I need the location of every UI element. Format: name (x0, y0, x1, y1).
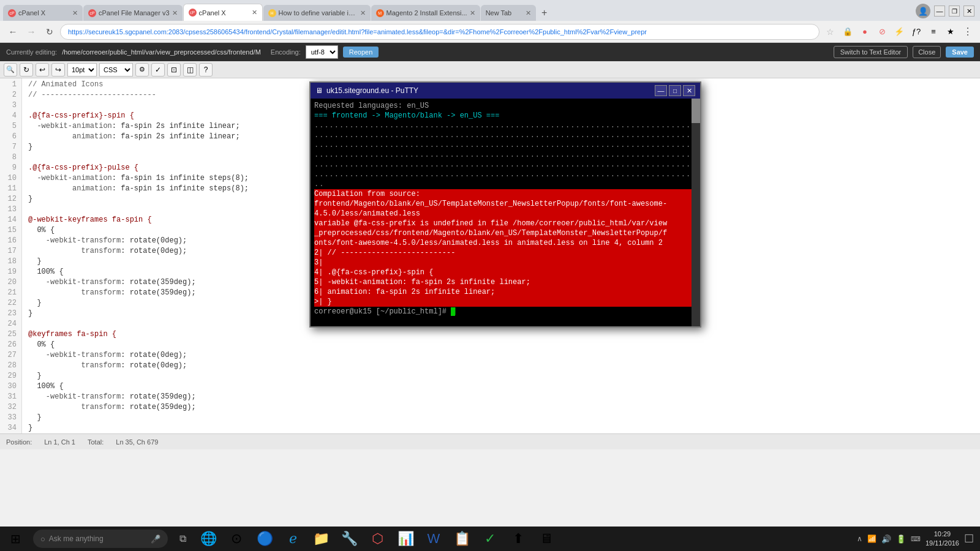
start-button[interactable]: ⊞ (0, 527, 31, 551)
switch-to-text-editor-button[interactable]: Switch to Text Editor (834, 46, 908, 58)
taskbar-app-unknown2[interactable]: ⬡ (364, 527, 391, 551)
taskbar-app-word[interactable]: W (420, 527, 447, 551)
tray-up-icon[interactable]: ∧ (857, 534, 862, 543)
tab-filemanager[interactable]: cP cPanel File Manager v3 ✕ (83, 5, 183, 21)
encoding-select[interactable]: utf-8 (306, 45, 338, 59)
tray-volume-icon[interactable]: 🔊 (881, 534, 891, 544)
putty-close-btn[interactable]: ✕ (683, 85, 695, 96)
close-editor-button[interactable]: Close (913, 46, 941, 58)
toolbar-extra-btn1[interactable]: ⚙ (135, 63, 149, 77)
taskbar-app-putty[interactable]: 🖥 (533, 527, 560, 551)
toolbar-extra-btn2[interactable]: ✓ (151, 63, 165, 77)
tab-magento[interactable]: M Magento 2 Install Extensi... ✕ (371, 5, 480, 21)
tab-title-2: cPanel File Manager v3 (99, 9, 170, 17)
windows-taskbar: ⊞ ○ Ask me anything 🎤 ⧉ 🌐 ⊙ 🔵 ℯ 📁 🔧 ⬡ 📊 … (0, 527, 980, 551)
taskbar-mic-icon: 🎤 (151, 534, 160, 544)
tray-time-display[interactable]: 10:29 19/11/2016 (925, 530, 959, 549)
reopen-button[interactable]: Reopen (343, 47, 379, 58)
close-window-button[interactable]: ✕ (963, 6, 974, 17)
maximize-button[interactable]: ❐ (949, 6, 960, 17)
putty-maximize-btn[interactable]: □ (669, 85, 681, 96)
toolbar-extra-btn4[interactable]: ◫ (183, 63, 197, 77)
tab-close-6[interactable]: ✕ (526, 9, 531, 17)
reload-button[interactable]: ↻ (42, 24, 58, 40)
putty-title-text: uk15.siteground.eu - PuTTY (326, 86, 418, 95)
tab-newtab[interactable]: New Tab ✕ (481, 5, 536, 21)
tab-close-1[interactable]: ✕ (72, 9, 78, 17)
putty-titlebar[interactable]: 🖥 uk15.siteground.eu - PuTTY — □ ✕ (311, 83, 700, 99)
taskbar-app-chrome[interactable]: 🌐 (195, 527, 222, 551)
tab-close-2[interactable]: ✕ (172, 9, 178, 17)
currently-path: /home/correoer/public_html/var/view_prep… (62, 48, 261, 56)
extension-btn-3[interactable]: ⊘ (875, 24, 889, 39)
total-value: Ln 35, Ch 679 (116, 438, 158, 446)
toolbar-extra-btn3[interactable]: ⊡ (167, 63, 181, 77)
mode-select[interactable]: CSSLESSJS (99, 63, 133, 77)
extension-btn-2[interactable]: ● (858, 24, 872, 39)
taskbar-app-files[interactable]: 📁 (307, 527, 334, 551)
extension-btn-1[interactable]: 🔒 (840, 24, 855, 39)
toolbar-refresh-btn[interactable]: ↻ (20, 63, 33, 77)
putty-terminal: Requested languages: en_US=== frontend -… (311, 99, 700, 326)
profile-icon[interactable]: 👤 (916, 4, 930, 18)
howto-favicon-4: H (268, 9, 276, 17)
tab-howto[interactable]: H How to define variable in... ✕ (263, 5, 371, 21)
save-editor-button[interactable]: Save (946, 47, 974, 58)
extension-btn-7[interactable]: ★ (943, 24, 958, 39)
tray-time: 10:29 (925, 530, 959, 539)
encoding-label: Encoding: (271, 48, 301, 56)
toolbar-search-btn[interactable]: 🔍 (4, 63, 17, 77)
putty-minimize-btn[interactable]: — (655, 85, 667, 96)
extension-btn-4[interactable]: ⚡ (892, 24, 907, 39)
toolbar-redo-btn[interactable]: ↪ (51, 63, 65, 77)
settings-button[interactable]: ⋮ (960, 24, 975, 39)
taskbar-app-unknown1[interactable]: 🔧 (336, 527, 363, 551)
taskbar-app-unknown3[interactable]: 📊 (392, 527, 419, 551)
putty-title-area: 🖥 uk15.siteground.eu - PuTTY (315, 86, 418, 95)
cpanel-favicon-2: cP (88, 9, 96, 17)
tab-close-4[interactable]: ✕ (360, 9, 366, 17)
new-tab-button[interactable]: + (537, 5, 552, 21)
taskbar-app-excel[interactable]: 📋 (448, 527, 475, 551)
putty-favicon-icon: 🖥 (315, 86, 323, 95)
tab-close-5[interactable]: ✕ (470, 9, 475, 17)
position-label: Position: (6, 438, 32, 446)
minimize-button[interactable]: — (934, 6, 945, 17)
taskbar-app-ie[interactable]: ℯ (279, 527, 306, 551)
tray-battery-icon[interactable]: 🔋 (896, 534, 906, 544)
taskbar-search-placeholder: Ask me anything (49, 534, 104, 543)
status-bar: Position: Ln 1, Ch 1 Total: Ln 35, Ch 67… (0, 433, 980, 449)
extension-btn-6[interactable]: ≡ (926, 24, 941, 39)
taskbar-app-cortana[interactable]: ⊙ (223, 527, 250, 551)
address-bar-row: ← → ↻ ☆ 🔒 ● ⊘ ⚡ ƒ? ≡ ★ ⋮ (0, 21, 980, 43)
total-label: Total: (88, 438, 104, 446)
toolbar-help-btn[interactable]: ? (199, 63, 213, 77)
tab-close-3[interactable]: ✕ (252, 9, 257, 17)
bookmark-button[interactable]: ☆ (822, 24, 838, 40)
putty-window-controls: — □ ✕ (655, 85, 695, 96)
newtab-title: New Tab (486, 9, 523, 17)
taskbar-app-unknown4[interactable]: ✓ (477, 527, 503, 551)
font-size-select[interactable]: 10pt12pt14pt (67, 63, 97, 77)
tab-cpanel3-active[interactable]: cP cPanel X ✕ (183, 4, 263, 21)
extension-btn-5[interactable]: ƒ? (909, 24, 924, 39)
toolbar-undo-btn[interactable]: ↩ (36, 63, 49, 77)
taskbar-app-edge[interactable]: 🔵 (251, 527, 278, 551)
cpanel-header: Currently editing: /home/correoer/public… (0, 43, 980, 61)
putty-window: 🖥 uk15.siteground.eu - PuTTY — □ ✕ Reque… (309, 81, 701, 328)
tab-title-3: cPanel X (199, 9, 249, 17)
address-input[interactable] (60, 24, 820, 40)
back-button[interactable]: ← (5, 24, 21, 40)
tray-keyboard-icon: ⌨ (911, 535, 921, 543)
putty-scroll-thumb[interactable] (692, 99, 700, 123)
tray-network-icon[interactable]: 📶 (867, 534, 876, 543)
forward-button[interactable]: → (23, 24, 39, 40)
taskbar-apps: 🌐 ⊙ 🔵 ℯ 📁 🔧 ⬡ 📊 W 📋 ✓ ⬆ 🖥 (195, 527, 560, 551)
tab-title-1: cPanel X (18, 9, 70, 17)
taskbar-app-filezilla[interactable]: ⬆ (505, 527, 532, 551)
tab-cpanel1[interactable]: cP cPanel X ✕ (3, 5, 83, 21)
putty-scrollbar[interactable] (692, 99, 700, 326)
taskbar-search-bar[interactable]: ○ Ask me anything 🎤 (33, 530, 168, 548)
tray-notification-icon[interactable]: ☐ (964, 532, 974, 545)
task-view-button[interactable]: ⧉ (170, 527, 195, 551)
